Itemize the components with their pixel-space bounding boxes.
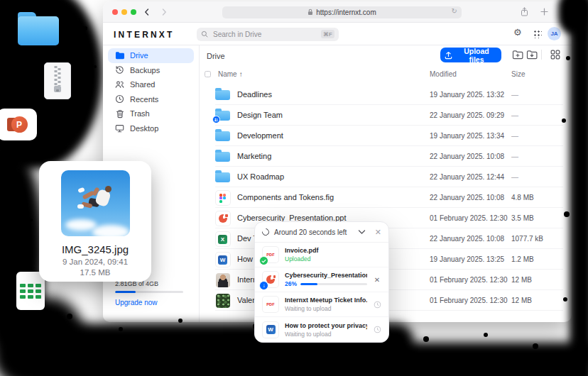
upload-button-label: Upload files [456, 47, 497, 64]
desktop-powerpoint-icon: P [0, 109, 37, 140]
close-window-button[interactable] [112, 9, 118, 15]
upload-item-status: Waiting to upload [285, 331, 367, 338]
upgrade-link[interactable]: Upgrade now [115, 299, 183, 306]
figma-file-icon [216, 191, 230, 205]
internxt-logo: INTERNXT [114, 30, 175, 40]
refresh-icon[interactable]: ↻ [452, 7, 457, 15]
monitor-icon [115, 123, 124, 133]
file-modified: 01 February 2025. 12:30 [430, 214, 508, 222]
sidebar-item-backups[interactable]: Backups [108, 63, 194, 78]
person-figure [80, 186, 115, 217]
photo-thumbnail [216, 294, 230, 308]
grunge-blob [558, 0, 588, 34]
storage-progress-bar [115, 291, 183, 293]
column-header-size[interactable]: Size [511, 70, 525, 78]
file-name: Development [237, 131, 283, 140]
folder-icon [215, 90, 230, 100]
file-name: Components and Tokens.fig [237, 193, 334, 201]
preview-size: 17.5 MB [39, 268, 151, 277]
column-header-name[interactable]: Name↑ [218, 70, 243, 78]
file-size: — [511, 173, 518, 181]
upload-files-button[interactable]: Upload files [440, 48, 501, 62]
upload-item-status: 26% [285, 280, 297, 287]
sidebar-item-label: Trash [130, 109, 150, 118]
upload-popup-items: PDFInvoice.pdfUploaded↓Cybersecurity_Pre… [255, 243, 388, 342]
sidebar-item-label: Shared [130, 80, 155, 89]
table-header: Name↑ Modified Size [200, 70, 565, 80]
sidebar-item-shared[interactable]: Shared [108, 77, 194, 92]
upload-folder-icon[interactable] [526, 50, 538, 60]
chevron-down-icon[interactable] [358, 229, 366, 235]
file-name: Deadlines [237, 90, 272, 99]
spinner-icon [261, 227, 271, 237]
upload-popup-header: Around 20 seconds left ✕ [255, 222, 388, 243]
url-text: https://internxt.com [316, 9, 376, 16]
sidebar-item-trash[interactable]: Trash [108, 106, 194, 121]
new-tab-icon[interactable] [540, 8, 548, 16]
file-modified: 19 January 2025. 13:25 [430, 255, 504, 263]
file-size: 1.2 MB [511, 255, 534, 263]
sidebar-item-label: Backups [130, 66, 160, 74]
file-modified: 22 January 2025. 10:08 [430, 235, 504, 243]
zoom-window-button[interactable] [131, 9, 136, 15]
avatar[interactable]: JA [548, 27, 561, 40]
word-file-icon: W [263, 322, 278, 338]
file-modified: 22 January 2025. 12:44 [430, 173, 504, 181]
word-file-icon: W [216, 253, 230, 267]
backup-clock-icon [115, 65, 124, 74]
clock-icon [115, 94, 124, 104]
sidebar-item-label: Desktop [130, 124, 158, 133]
shared-badge-icon [212, 116, 220, 123]
new-folder-icon[interactable] [512, 50, 523, 60]
file-size: 12 MB [511, 276, 532, 284]
column-header-modified[interactable]: Modified [430, 70, 457, 78]
close-icon[interactable]: ✕ [375, 228, 381, 236]
grunge-blob [570, 20, 588, 365]
forward-icon[interactable] [160, 8, 168, 16]
shared-folder-icon [215, 111, 230, 121]
file-name: Design Team [237, 111, 283, 119]
sidebar-item-recents[interactable]: Recents [108, 92, 194, 107]
back-icon[interactable] [143, 8, 151, 16]
sidebar-nav: DriveBackupsSharedRecentsTrashDesktop [103, 45, 199, 136]
pdf-file-icon: PDF [263, 297, 278, 312]
minimize-window-button[interactable] [121, 9, 127, 15]
sort-arrow-icon: ↑ [239, 70, 243, 78]
select-all-checkbox[interactable] [205, 71, 211, 77]
waiting-clock-icon [373, 301, 381, 309]
address-bar[interactable]: https://internxt.com ↻ [222, 6, 462, 18]
table-row[interactable]: Components and Tokens.fig22 January 2025… [200, 187, 572, 208]
file-modified: 19 January 2025. 13:32 [430, 91, 504, 99]
search-input[interactable] [212, 30, 317, 39]
apps-grid-icon[interactable] [533, 30, 542, 38]
image-thumbnail [61, 170, 130, 236]
page-title: Drive [207, 52, 225, 60]
sidebar-item-label: Recents [130, 95, 158, 104]
waiting-clock-icon [373, 326, 381, 333]
cancel-upload-icon[interactable]: ✕ [373, 276, 381, 284]
desktop-folder-icon [18, 12, 59, 45]
uploading-arrow-icon: ↓ [259, 281, 268, 290]
search-bar[interactable]: ⌘F [197, 28, 339, 41]
table-row[interactable]: Deadlines19 January 2025. 13:32— [200, 84, 572, 105]
trash-icon [115, 109, 124, 118]
table-row[interactable]: UX Roadmap22 January 2025. 12:44— [200, 167, 572, 187]
settings-gear-icon[interactable]: ⚙ [513, 28, 522, 37]
share-icon[interactable] [521, 7, 528, 16]
file-modified: 22 January 2025. 09:29 [430, 111, 504, 119]
upload-item-status: Waiting to upload [285, 305, 367, 312]
table-row[interactable]: Design Team22 January 2025. 09:29— [200, 105, 572, 126]
grid-view-icon[interactable] [550, 50, 562, 60]
sidebar-item-desktop[interactable]: Desktop [108, 121, 194, 136]
browser-chrome: https://internxt.com ↻ [103, 1, 572, 23]
upload-item-name: Invoice.pdf [285, 247, 381, 254]
upload-item-status: Uploaded [285, 255, 381, 262]
table-row[interactable]: Development19 January 2025. 13:34— [200, 126, 572, 146]
file-name: Marketing [237, 152, 271, 160]
file-modified: 22 January 2025. 10:08 [430, 194, 504, 201]
sidebar-item-drive[interactable]: Drive [108, 48, 194, 63]
upload-eta-label: Around 20 seconds left [274, 228, 353, 236]
table-row[interactable]: Marketing22 January 2025. 10:08— [200, 146, 572, 167]
toolbar-divider [541, 50, 542, 60]
upload-item: WHow to protect your privacy.docWaiting … [255, 317, 388, 342]
